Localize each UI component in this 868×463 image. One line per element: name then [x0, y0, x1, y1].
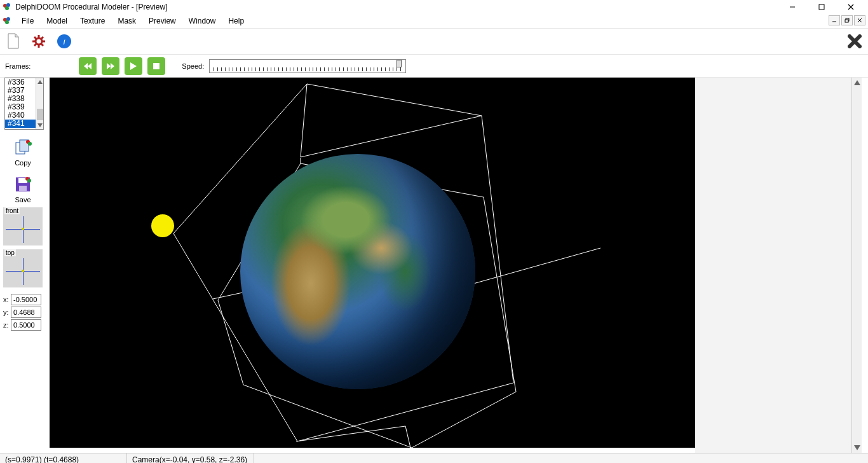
right-panel [695, 78, 862, 453]
menu-preview[interactable]: Preview [142, 15, 182, 27]
scroll-up-icon[interactable] [37, 78, 43, 86]
svg-rect-33 [19, 186, 27, 191]
svg-rect-12 [845, 20, 848, 22]
maximize-button[interactable] [807, 0, 836, 14]
scroll-thumb[interactable] [37, 109, 43, 120]
menu-help[interactable]: Help [222, 15, 250, 27]
copy-label: Copy [5, 159, 41, 167]
status-st: (s=0.9971) (t=0.4688) [0, 453, 127, 463]
earth-sphere [240, 154, 475, 389]
scroll-up-icon[interactable] [853, 78, 862, 88]
frames-label: Frames: [5, 62, 31, 70]
settings-button[interactable] [31, 33, 47, 50]
save-button[interactable]: Save [5, 176, 41, 204]
x-input[interactable] [11, 294, 41, 305]
right-scrollbar[interactable] [851, 78, 862, 453]
status-bar: (s=0.9971) (t=0.4688) Camera(x=-0.04, y=… [0, 453, 868, 463]
svg-text:i: i [64, 38, 65, 46]
speed-label: Speed: [182, 62, 204, 70]
z-label: z: [3, 321, 10, 329]
scroll-down-icon[interactable] [37, 121, 43, 129]
workspace: #336 #337 #338 #339 #340 #341 Copy Save [0, 78, 868, 453]
close-preview-button[interactable] [846, 33, 863, 50]
svg-line-20 [34, 37, 36, 39]
y-label: y: [3, 308, 10, 316]
x-label: x: [3, 296, 10, 303]
window-title: DelphiDOOM Procedural Modeler - [Preview… [15, 3, 778, 11]
mdi-restore-button[interactable] [841, 15, 853, 25]
ortho-front-view[interactable]: front [3, 207, 43, 245]
close-button[interactable] [836, 0, 865, 14]
svg-point-9 [5, 20, 9, 24]
speed-slider[interactable] [209, 59, 406, 73]
menu-file[interactable]: File [15, 15, 40, 27]
menu-mask[interactable]: Mask [111, 15, 142, 27]
slider-thumb[interactable] [397, 60, 402, 67]
fastforward-button[interactable] [102, 57, 119, 75]
status-camera: Camera(x=-0.04, y=0.58, z=-2.36) [127, 453, 254, 463]
play-button[interactable] [125, 57, 142, 75]
svg-point-35 [27, 179, 31, 183]
save-icon [13, 176, 32, 193]
ortho-top-label: top [4, 249, 16, 256]
light-gizmo[interactable] [151, 214, 174, 237]
info-button[interactable]: i [56, 33, 72, 50]
sidebar: #336 #337 #338 #339 #340 #341 Copy Save [0, 78, 46, 453]
svg-line-23 [34, 44, 36, 46]
menu-window[interactable]: Window [182, 15, 222, 27]
minimize-button[interactable] [778, 0, 807, 14]
rewind-button[interactable] [79, 57, 97, 75]
z-input[interactable] [11, 319, 41, 331]
new-document-button[interactable] [5, 33, 22, 50]
frame-list-scrollbar[interactable] [36, 78, 43, 129]
mdi-close-button[interactable] [854, 15, 865, 25]
playback-bar: Frames: Speed: [0, 55, 868, 78]
ortho-front-label: front [4, 207, 20, 214]
svg-point-2 [5, 6, 9, 10]
svg-rect-26 [153, 63, 159, 69]
coordinate-inputs: x: y: z: [3, 294, 43, 331]
save-label: Save [5, 196, 41, 204]
scroll-down-icon[interactable] [853, 443, 862, 453]
window-controls [778, 0, 865, 14]
3d-viewport[interactable] [50, 78, 695, 448]
mdi-controls [829, 15, 865, 25]
svg-point-15 [36, 38, 42, 45]
menu-model[interactable]: Model [40, 15, 74, 27]
menu-bar: File Model Texture Mask Preview Window H… [0, 14, 868, 28]
copy-button[interactable]: Copy [5, 139, 41, 167]
app-icon [3, 3, 11, 11]
viewport-container [46, 78, 868, 453]
ortho-top-view[interactable]: top [3, 249, 43, 287]
frame-list[interactable]: #336 #337 #338 #339 #340 #341 [4, 78, 44, 130]
menu-texture[interactable]: Texture [74, 15, 111, 27]
svg-line-21 [41, 44, 43, 46]
slider-ticks [214, 67, 402, 71]
svg-point-30 [28, 142, 32, 146]
svg-rect-4 [819, 4, 824, 10]
svg-line-22 [41, 37, 43, 39]
title-bar: DelphiDOOM Procedural Modeler - [Preview… [0, 0, 868, 14]
main-toolbar: i [0, 28, 868, 55]
y-input[interactable] [11, 307, 41, 318]
document-app-icon [3, 17, 11, 25]
copy-icon [13, 139, 32, 156]
mdi-minimize-button[interactable] [829, 15, 840, 25]
stop-button[interactable] [147, 57, 165, 75]
